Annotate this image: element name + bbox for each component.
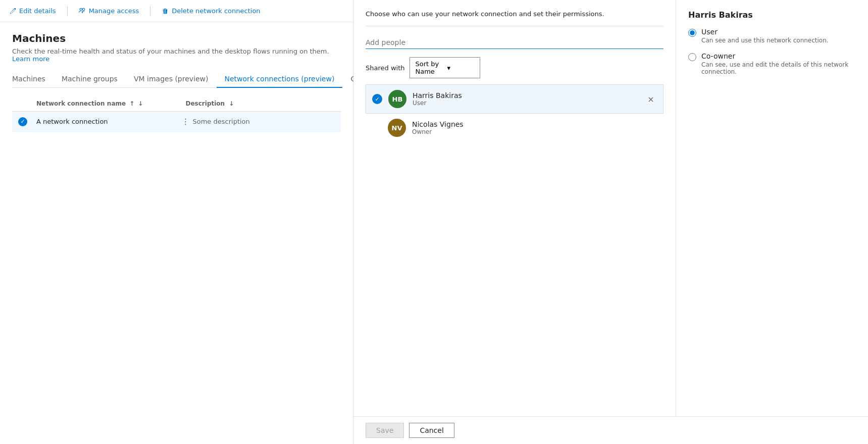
- user-info-nicolas: Nicolas Vignes Owner: [412, 120, 657, 135]
- desc-chevron-icon: ↓: [229, 100, 234, 107]
- svg-point-0: [80, 8, 82, 10]
- page-description: Check the real-time health and status of…: [12, 47, 341, 63]
- delete-icon: [162, 8, 169, 15]
- save-button[interactable]: Save: [366, 423, 404, 438]
- table-row[interactable]: A network connection ⋮ Some description: [12, 112, 341, 132]
- content-area: Machines Check the real-time health and …: [0, 22, 353, 444]
- sort-desc-icon: ↓: [138, 100, 143, 107]
- user-name-harris: Harris Bakiras: [413, 91, 639, 100]
- manage-icon: [79, 8, 86, 15]
- access-description: Choose who can use your network connecti…: [366, 10, 663, 26]
- user-role-harris: User: [413, 100, 639, 107]
- panel-footer: Save Cancel: [353, 416, 868, 444]
- avatar-nicolas: NV: [388, 119, 406, 137]
- right-panel: Choose who can use your network connecti…: [353, 0, 868, 444]
- row-name: A network connection: [36, 118, 179, 125]
- edit-icon: [9, 8, 16, 15]
- row-more-button[interactable]: ⋮: [179, 117, 193, 126]
- divider-2: [150, 6, 150, 16]
- checked-indicator: [18, 117, 27, 126]
- manage-panel: Choose who can use your network connecti…: [353, 0, 868, 416]
- radio-coowner-text: Co-owner Can see, use and edit the detai…: [701, 52, 856, 75]
- user-selected-indicator: [372, 94, 382, 104]
- user-item-harris[interactable]: HB Harris Bakiras User ×: [366, 84, 663, 114]
- edit-details-button[interactable]: Edit details: [8, 5, 57, 17]
- radio-option-user: User Can see and use this network connec…: [688, 28, 856, 44]
- delete-button[interactable]: Delete network connection: [161, 5, 261, 17]
- sort-desc-button[interactable]: Description ↓: [186, 100, 335, 107]
- sort-asc-icon: ↑: [129, 100, 134, 107]
- page-title: Machines: [12, 32, 341, 44]
- row-checkbox[interactable]: [18, 117, 36, 126]
- shared-with-row: Shared with Sort by Name ▾: [366, 57, 663, 78]
- radio-user-text: User Can see and use this network connec…: [701, 28, 829, 44]
- left-panel: Edit details Manage access Delete networ…: [0, 0, 353, 444]
- sort-name-button[interactable]: Network connection name ↑ ↓: [36, 100, 186, 107]
- row-description: Some description: [193, 118, 335, 125]
- access-detail: Harris Bakiras User Can see and use this…: [676, 0, 868, 416]
- chevron-down-icon: ▾: [447, 64, 475, 72]
- svg-point-1: [82, 8, 84, 10]
- radio-user[interactable]: [688, 29, 696, 37]
- toolbar: Edit details Manage access Delete networ…: [0, 0, 353, 22]
- tab-machines[interactable]: Machines: [12, 71, 54, 88]
- add-people-input[interactable]: [366, 36, 663, 49]
- shared-with-label: Shared with: [366, 64, 404, 72]
- remove-harris-button[interactable]: ×: [645, 93, 657, 105]
- learn-more-link[interactable]: Learn more: [12, 55, 49, 63]
- radio-option-coowner: Co-owner Can see, use and edit the detai…: [688, 52, 856, 75]
- tab-vm-images[interactable]: VM images (preview): [126, 71, 217, 88]
- table-header: Network connection name ↑ ↓ Description …: [12, 96, 341, 112]
- cancel-button[interactable]: Cancel: [409, 423, 454, 438]
- divider-1: [67, 6, 68, 16]
- tab-network-connections[interactable]: Network connections (preview): [217, 71, 343, 88]
- tabs-bar: Machines Machine groups VM images (previ…: [12, 71, 341, 88]
- manage-access-button[interactable]: Manage access: [78, 5, 140, 17]
- user-item-nicolas[interactable]: NV Nicolas Vignes Owner: [366, 114, 663, 142]
- access-main: Choose who can use your network connecti…: [353, 0, 676, 416]
- user-list: HB Harris Bakiras User × NV Nicolas Vign…: [366, 84, 663, 142]
- radio-coowner[interactable]: [688, 53, 696, 61]
- tab-machine-groups[interactable]: Machine groups: [54, 71, 126, 88]
- user-name-nicolas: Nicolas Vignes: [412, 120, 657, 128]
- sort-dropdown[interactable]: Sort by Name ▾: [410, 57, 480, 78]
- user-role-nicolas: Owner: [412, 128, 657, 135]
- user-info-harris: Harris Bakiras User: [413, 91, 639, 107]
- avatar-harris: HB: [388, 90, 406, 108]
- detail-user-name: Harris Bakiras: [688, 10, 856, 20]
